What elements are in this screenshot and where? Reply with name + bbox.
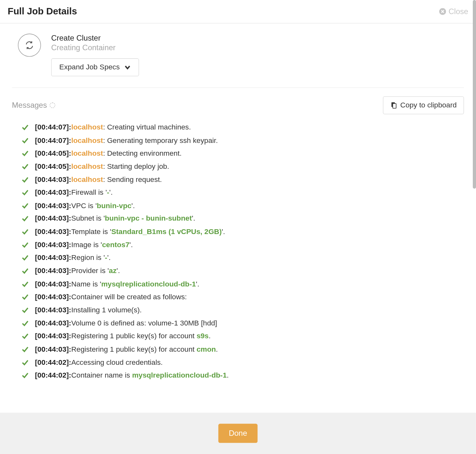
- log-row: [00:44:03]:Image is 'centos7'.: [21, 239, 464, 252]
- log-timestamp: [00:44:03]:: [35, 228, 71, 236]
- log-text: [00:44:03]:Installing 1 volume(s).: [35, 305, 142, 316]
- log-value: az: [109, 267, 116, 275]
- log-text: [00:44:02]:Accessing cloud credentials.: [35, 357, 163, 368]
- log-timestamp: [00:44:05]:: [35, 149, 71, 157]
- log-text: [00:44:03]:Firewall is '-'.: [35, 188, 113, 198]
- check-icon: [21, 333, 29, 340]
- log-row: [00:44:07]:localhost: Generating tempora…: [21, 134, 464, 147]
- log-value: bunin-vpc: [97, 201, 131, 209]
- log-host: localhost: [71, 149, 103, 157]
- log-value: centos7: [102, 241, 130, 249]
- log-text: [00:44:03]:Name is 'mysqlreplicationclou…: [35, 279, 199, 290]
- check-icon: [21, 359, 29, 366]
- log-text: [00:44:03]:Region is '-'.: [35, 253, 111, 263]
- log-host: localhost: [71, 123, 103, 131]
- log-text: [00:44:03]:Provider is 'az'.: [35, 266, 120, 277]
- log-text: [00:44:03]:Registering 1 public key(s) f…: [35, 344, 218, 355]
- log-row: [00:44:03]:Registering 1 public key(s) f…: [21, 330, 464, 343]
- messages-heading: Messages: [12, 101, 55, 110]
- job-subtitle: Creating Container: [51, 43, 139, 52]
- check-icon: [21, 137, 29, 144]
- modal-footer: Done: [0, 413, 476, 454]
- svg-rect-2: [393, 104, 396, 108]
- log-row: [00:44:03]:Region is '-'.: [21, 252, 464, 265]
- log-row: [00:44:03]:Volume 0 is defined as: volum…: [21, 317, 464, 330]
- expand-label: Expand Job Specs: [59, 63, 120, 72]
- log-row: [00:44:03]:Firewall is '-'.: [21, 186, 464, 200]
- job-title: Create Cluster: [51, 34, 139, 43]
- chevron-down-icon: [124, 64, 131, 71]
- log-row: [00:44:03]:Subnet is 'bunin-vpc - bunin-…: [21, 212, 464, 225]
- log-timestamp: [00:44:03]:: [35, 280, 71, 288]
- log-timestamp: [00:44:07]:: [35, 123, 71, 131]
- check-icon: [21, 241, 29, 249]
- close-icon: [439, 8, 446, 15]
- page-title: Full Job Details: [8, 6, 77, 17]
- log-text: [00:44:07]:localhost: Generating tempora…: [35, 135, 218, 146]
- log-host: localhost: [71, 136, 103, 144]
- log-timestamp: [00:44:03]:: [35, 241, 71, 249]
- log-timestamp: [00:44:03]:: [35, 267, 71, 275]
- close-button[interactable]: Close: [439, 7, 468, 16]
- job-spinner-icon: [18, 34, 41, 57]
- modal-header: Full Job Details Close: [0, 0, 476, 23]
- check-icon: [21, 319, 29, 327]
- loading-spinner-icon: [50, 102, 56, 108]
- log-timestamp: [00:44:03]:: [35, 254, 71, 262]
- log-timestamp: [00:44:02]:: [35, 358, 71, 366]
- log-text: [00:44:05]:localhost: Starting deploy jo…: [35, 161, 169, 172]
- log-text: [00:44:03]:Image is 'centos7'.: [35, 240, 133, 250]
- log-row: [00:44:03]:Template is 'Standard_B1ms (1…: [21, 225, 464, 239]
- log-timestamp: [00:44:03]:: [35, 201, 71, 209]
- log-row: [00:44:03]:Name is 'mysqlreplicationclou…: [21, 278, 464, 291]
- log-value: mysqlreplicationcloud-db-1: [132, 371, 227, 379]
- log-value: mysqlreplicationcloud-db-1: [101, 280, 196, 288]
- check-icon: [21, 150, 29, 157]
- check-icon: [21, 215, 29, 223]
- log-value: Standard_B1ms (1 vCPUs, 2GB): [111, 228, 222, 236]
- log-timestamp: [00:44:03]:: [35, 319, 71, 327]
- log-text: [00:44:05]:localhost: Detecting environm…: [35, 148, 181, 159]
- done-button[interactable]: Done: [218, 424, 257, 443]
- expand-job-specs-button[interactable]: Expand Job Specs: [51, 59, 139, 76]
- log-value: bunin-vpc - bunin-subnet: [105, 215, 192, 223]
- log-row: [00:44:03]:Installing 1 volume(s).: [21, 304, 464, 317]
- copy-to-clipboard-button[interactable]: Copy to clipboard: [383, 96, 464, 114]
- log-row: [00:44:02]:Accessing cloud credentials.: [21, 356, 464, 369]
- close-label: Close: [448, 7, 468, 16]
- log-value: -: [107, 188, 109, 196]
- log-row: [00:44:05]:localhost: Starting deploy jo…: [21, 160, 464, 173]
- log-timestamp: [00:44:07]:: [35, 136, 71, 144]
- log-row: [00:44:07]:localhost: Creating virtual m…: [21, 121, 464, 134]
- log-row: [00:44:03]:Provider is 'az'.: [21, 265, 464, 278]
- check-icon: [21, 267, 29, 275]
- log-row: [00:44:02]:Container name is mysqlreplic…: [21, 369, 464, 382]
- log-text: [00:44:02]:Container name is mysqlreplic…: [35, 371, 229, 381]
- scrollbar[interactable]: [473, 0, 476, 189]
- log-timestamp: [00:44:03]:: [35, 332, 71, 340]
- log-text: [00:44:03]:Volume 0 is defined as: volum…: [35, 318, 217, 329]
- check-icon: [21, 280, 29, 288]
- clipboard-icon: [390, 102, 397, 109]
- log-value: -: [105, 254, 107, 262]
- check-icon: [21, 163, 29, 170]
- copy-label: Copy to clipboard: [400, 101, 456, 110]
- log-text: [00:44:03]:Registering 1 public key(s) f…: [35, 331, 210, 342]
- log-text: [00:44:07]:localhost: Creating virtual m…: [35, 122, 191, 133]
- job-header: Create Cluster Creating Container Expand…: [18, 34, 464, 76]
- log-host: localhost: [71, 176, 103, 184]
- log-timestamp: [00:44:03]:: [35, 188, 71, 196]
- log-text: [00:44:03]:Subnet is 'bunin-vpc - bunin-…: [35, 214, 195, 224]
- log-text: [00:44:03]:localhost: Sending request.: [35, 175, 162, 185]
- log-timestamp: [00:44:02]:: [35, 371, 71, 379]
- divider: [12, 87, 464, 88]
- log-row: [00:44:03]:localhost: Sending request.: [21, 173, 464, 186]
- check-icon: [21, 202, 29, 210]
- log-text: [00:44:03]:VPC is 'bunin-vpc'.: [35, 201, 135, 211]
- check-icon: [21, 189, 29, 197]
- log-value: cmon: [196, 345, 216, 353]
- log-row: [00:44:03]:Registering 1 public key(s) f…: [21, 343, 464, 356]
- log-timestamp: [00:44:03]:: [35, 176, 71, 184]
- check-icon: [21, 254, 29, 262]
- log-text: [00:44:03]:Template is 'Standard_B1ms (1…: [35, 227, 225, 237]
